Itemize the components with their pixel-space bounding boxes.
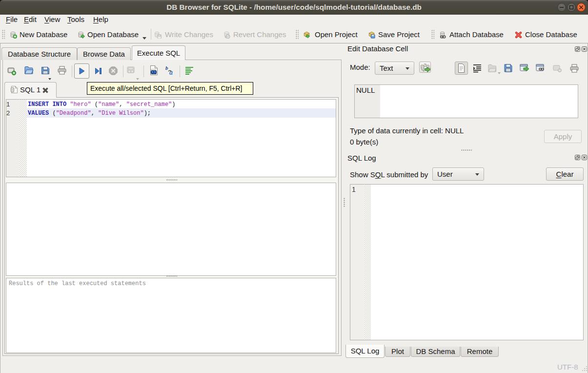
svg-text:a: a (169, 69, 173, 76)
svg-text:b: b (165, 65, 168, 71)
